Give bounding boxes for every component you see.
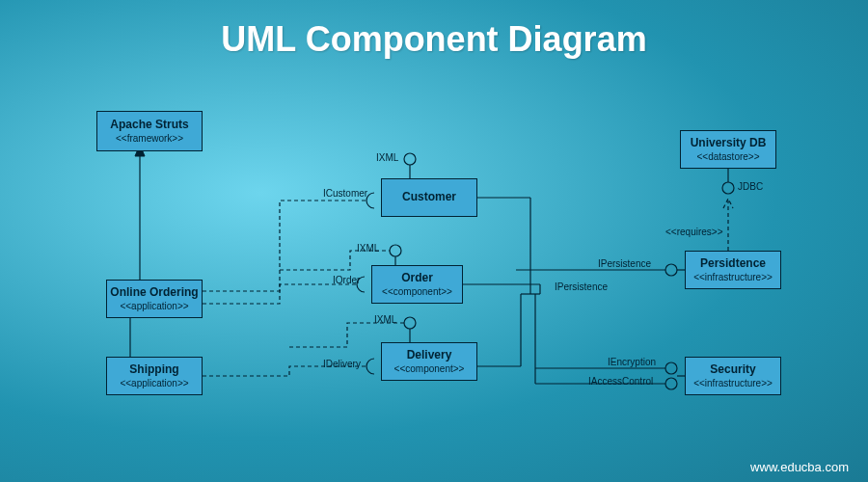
label-ipersistence: IPersistence bbox=[598, 258, 651, 269]
label-idelivery: IDelivery bbox=[323, 359, 361, 369]
label-jdbc: JDBC bbox=[738, 181, 763, 192]
box-name: University DB bbox=[683, 136, 773, 151]
label-iencryption: IEncryption bbox=[608, 357, 656, 367]
svg-point-7 bbox=[404, 317, 416, 329]
label-ixml: IXML bbox=[357, 243, 379, 254]
label-iaccesscontrol: IAccessControl bbox=[588, 376, 653, 387]
box-name: Apache Struts bbox=[99, 118, 200, 133]
diagram-canvas: Apache Struts <<framework>> Online Order… bbox=[0, 77, 868, 463]
component-shipping: Shipping <<application>> bbox=[106, 357, 203, 395]
svg-point-15 bbox=[665, 264, 677, 276]
component-apache-struts: Apache Struts <<framework>> bbox=[96, 111, 203, 151]
box-name: Persidtence bbox=[688, 256, 778, 272]
svg-point-3 bbox=[404, 153, 416, 165]
svg-point-5 bbox=[390, 245, 401, 256]
label-ipersistence: IPersistence bbox=[555, 281, 608, 292]
box-stereo: <<component>> bbox=[374, 285, 460, 298]
component-customer: Customer bbox=[381, 178, 477, 217]
label-iorder: IOrder bbox=[333, 275, 360, 285]
footer-url: www.educba.com bbox=[750, 460, 849, 474]
component-online-ordering: Online Ordering <<application>> bbox=[106, 280, 203, 318]
svg-point-22 bbox=[665, 362, 677, 374]
component-security: Security <<infrastructure>> bbox=[685, 357, 781, 395]
box-stereo: <<application>> bbox=[109, 377, 200, 389]
component-delivery: Delivery <<component>> bbox=[381, 342, 477, 381]
box-name: Online Ordering bbox=[109, 285, 200, 301]
box-stereo: <<datastore>> bbox=[683, 150, 773, 163]
box-stereo: <<infrastructure>> bbox=[688, 377, 778, 389]
box-name: Shipping bbox=[109, 362, 200, 378]
component-persistence: Persidtence <<infrastructure>> bbox=[685, 251, 781, 289]
box-name: Delivery bbox=[384, 348, 475, 363]
component-university-db: University DB <<datastore>> bbox=[680, 130, 776, 169]
box-stereo: <<component>> bbox=[384, 362, 475, 375]
svg-point-23 bbox=[665, 378, 677, 389]
box-name: Customer bbox=[384, 190, 475, 205]
label-icustomer: ICustomer bbox=[323, 188, 367, 199]
label-ixml: IXML bbox=[376, 152, 398, 163]
page-title: UML Component Diagram bbox=[0, 0, 868, 60]
box-stereo: <<infrastructure>> bbox=[688, 271, 778, 283]
box-name: Security bbox=[688, 362, 778, 378]
component-order: Order <<component>> bbox=[371, 265, 463, 304]
box-name: Order bbox=[374, 271, 460, 286]
label-requires: <<requires>> bbox=[665, 227, 723, 237]
svg-point-25 bbox=[722, 182, 734, 194]
box-stereo: <<application>> bbox=[109, 300, 200, 312]
box-stereo: <<framework>> bbox=[99, 132, 200, 145]
label-ixml: IXML bbox=[374, 314, 396, 325]
